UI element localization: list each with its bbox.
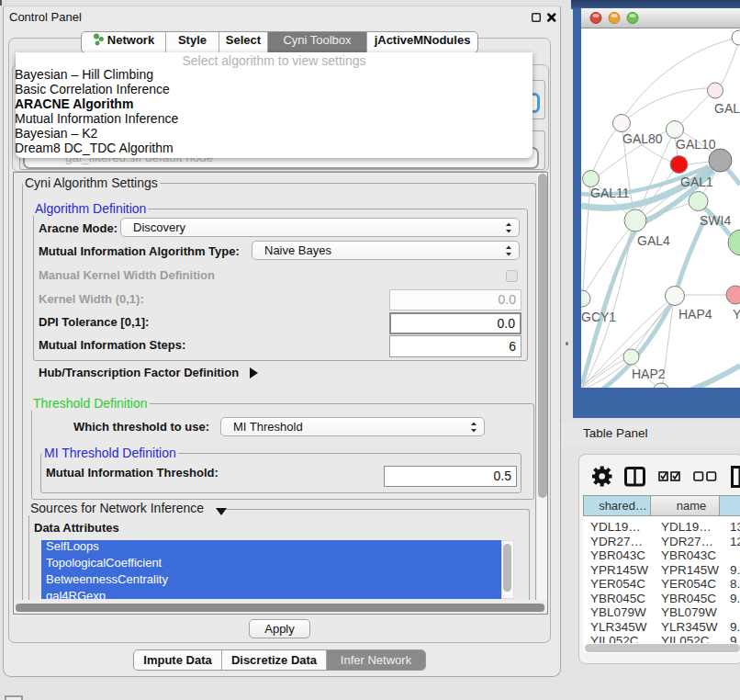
svg-text:GAL11: GAL11	[590, 186, 630, 200]
svg-text:HAP4: HAP4	[678, 307, 712, 322]
svg-text:HAP2: HAP2	[632, 367, 666, 381]
svg-text:GAL7: GAL7	[714, 101, 740, 116]
svg-text:GAL4: GAL4	[637, 233, 670, 248]
svg-text:GAL1: GAL1	[680, 175, 713, 189]
svg-text:YEL: YEL	[733, 307, 740, 322]
svg-text:GAL80: GAL80	[622, 131, 663, 146]
svg-text:GAL10: GAL10	[676, 137, 716, 152]
svg-text:SWI4: SWI4	[700, 213, 731, 228]
svg-text:GCY1: GCY1	[581, 310, 616, 324]
